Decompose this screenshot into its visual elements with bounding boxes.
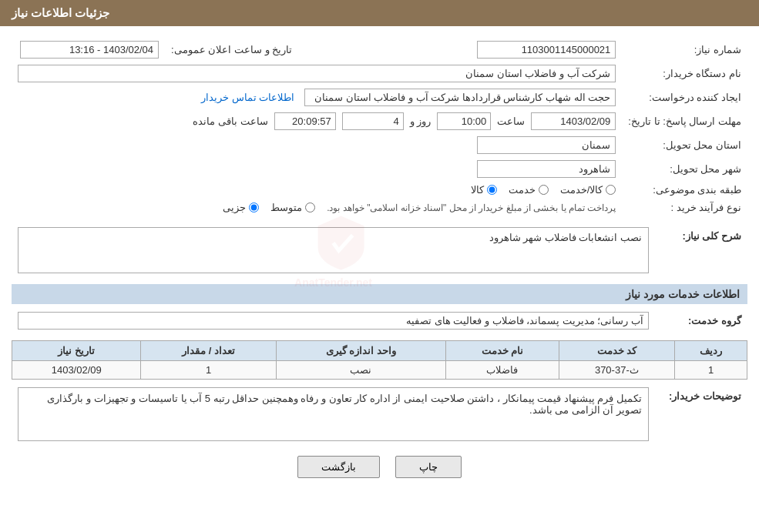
table-cell: ث-37-370 [559, 361, 675, 380]
saaat-label: ساعت [497, 115, 525, 127]
deadline-row: 1403/02/09 ساعت 10:00 روز و 4 20:09:57 س… [18, 112, 616, 130]
row-dastgah: نام دستگاه خریدار: شرکت آب و فاضلاب استا… [12, 62, 747, 85]
shomara-input: 1103001145000021 [477, 41, 616, 59]
radio-jozi-input[interactable] [249, 202, 259, 212]
tarikh-elan-input: 1403/02/04 - 13:16 [20, 41, 159, 59]
sharh-value-cell: AnatTender.net نصب انشعابات فاضلاب شهر ش… [12, 224, 655, 276]
watermark-text: AnatTender.net [294, 276, 372, 289]
sharh-label: شرح کلی نیاز: [655, 224, 747, 276]
goroh-label: گروه خدمت: [655, 309, 747, 333]
shomara-value: 1103001145000021 [321, 38, 622, 62]
col-radif: ردیف [675, 341, 747, 361]
col-tarikh: تاریخ نیاز [12, 341, 141, 361]
col-vahed: واحد اندازه گیری [276, 341, 446, 361]
col-kod: کد خدمت [559, 341, 675, 361]
table-header-row: ردیف کد خدمت نام خدمت واحد اندازه گیری ت… [12, 341, 747, 361]
row-ijad: ایجاد کننده درخواست: حجت اله شهاب کارشنا… [12, 85, 747, 109]
table-cell: فاضلاب [446, 361, 559, 380]
goroh-input: آب رسانی؛ مدیریت پسماند، فاضلاب و فعالیت… [18, 312, 649, 330]
dastgah-label: نام دستگاه خریدار: [622, 62, 747, 85]
deadline-date: 1403/02/09 [531, 112, 616, 130]
deadline-clock: 20:09:57 [274, 112, 336, 130]
row-ostan: استان محل تحویل: سمنان [12, 133, 747, 157]
sharh-text: نصب انشعابات فاضلاب شهر شاهرود [489, 232, 642, 243]
page-wrapper: جزئیات اطلاعات نیاز شماره نیاز: 11030011… [0, 0, 759, 532]
col-tedad: تعداد / مقدار [141, 341, 276, 361]
table-cell: 1 [675, 361, 747, 380]
shahr-value: شاهرود [12, 157, 622, 181]
tabaqe-value: کالا/خدمت خدمت کالا [12, 181, 622, 199]
shield-watermark-icon [311, 212, 372, 274]
radio-khedmat-input[interactable] [539, 185, 549, 195]
radio-kala-khedmat-label: کالا/خدمت [560, 184, 603, 196]
info-table-main: شماره نیاز: 1103001145000021 تاریخ و ساع… [12, 38, 747, 216]
remaining-label: ساعت باقی مانده [193, 115, 267, 127]
deadline-time: 10:00 [437, 112, 491, 130]
notes-label: توضیحات خریدار: [655, 384, 747, 444]
table-cell: نصب [276, 361, 446, 380]
goroh-table: گروه خدمت: آب رسانی؛ مدیریت پسماند، فاضل… [12, 309, 747, 333]
page-title: جزئیات اطلاعات نیاز [12, 6, 109, 19]
ostan-label: استان محل تحویل: [622, 133, 747, 157]
chap-button[interactable]: چاپ [395, 456, 462, 478]
table-header: ردیف کد خدمت نام خدمت واحد اندازه گیری ت… [12, 341, 747, 361]
dastgah-value: شرکت آب و فاضلاب استان سمنان [12, 62, 622, 85]
ijad-label: ایجاد کننده درخواست: [622, 85, 747, 109]
tarikh-elan-value: 1403/02/04 - 13:16 [12, 38, 165, 62]
row-sharh: شرح کلی نیاز: AnatTender.net [12, 224, 747, 276]
radio-kala-khedmat-input[interactable] [606, 185, 616, 195]
goroh-value: آب رسانی؛ مدیریت پسماند، فاضلاب و فعالیت… [12, 309, 655, 333]
sharh-textarea: AnatTender.net نصب انشعابات فاضلاب شهر ش… [18, 227, 649, 273]
notes-value-cell: تکمیل فرم پیشنهاد قیمت پیمانکار ، داشتن … [12, 384, 655, 444]
notes-table: توضیحات خریدار: تکمیل فرم پیشنهاد قیمت پ… [12, 384, 747, 444]
deadline-days: 4 [342, 112, 404, 130]
roz-label: روز و [410, 115, 432, 127]
row-goroh: گروه خدمت: آب رسانی؛ مدیریت پسماند، فاضل… [12, 309, 747, 333]
radio-kala-input[interactable] [487, 185, 497, 195]
page-header: جزئیات اطلاعات نیاز [0, 0, 759, 26]
mohlat-value: 1403/02/09 ساعت 10:00 روز و 4 20:09:57 س… [12, 109, 622, 133]
row-shomara: شماره نیاز: 1103001145000021 تاریخ و ساع… [12, 38, 747, 62]
row-mohlat: مهلت ارسال پاسخ: تا تاریخ: 1403/02/09 سا… [12, 109, 747, 133]
radio-khedmat-label: خدمت [509, 184, 536, 196]
row-shahr: شهر محل تحویل: شاهرود [12, 157, 747, 181]
button-row: چاپ بازگشت [12, 456, 747, 478]
radio-kala-label: کالا [471, 184, 484, 196]
sharh-table: شرح کلی نیاز: AnatTender.net [12, 224, 747, 276]
row-tabaqe: طبقه بندی موضوعی: کالا/خدمت خدمت [12, 181, 747, 199]
radio-kala-khedmat: کالا/خدمت [560, 184, 616, 196]
mohlat-label: مهلت ارسال پاسخ: تا تاریخ: [622, 109, 747, 133]
services-table: ردیف کد خدمت نام خدمت واحد اندازه گیری ت… [12, 340, 747, 380]
col-nam: نام خدمت [446, 341, 559, 361]
notes-box: تکمیل فرم پیشنهاد قیمت پیمانکار ، داشتن … [18, 387, 649, 441]
dastgah-input: شرکت آب و فاضلاب استان سمنان [18, 65, 616, 82]
tabaqe-label: طبقه بندی موضوعی: [622, 181, 747, 199]
shomara-label: شماره نیاز: [622, 38, 747, 62]
content-area: شماره نیاز: 1103001145000021 تاریخ و ساع… [0, 26, 759, 490]
row-notes: توضیحات خریدار: تکمیل فرم پیشنهاد قیمت پ… [12, 384, 747, 444]
row-nooe-farayand: نوع فرآیند خرید : پرداخت تمام یا بخشی از… [12, 199, 747, 216]
ijad-input: حجت اله شهاب کارشناس قراردادها شرکت آب و… [304, 89, 616, 106]
tarikh-elan-label: تاریخ و ساعت اعلان عمومی: [165, 38, 298, 62]
table-cell: 1403/02/09 [12, 361, 141, 380]
shahr-label: شهر محل تحویل: [622, 157, 747, 181]
ostan-value: سمنان [12, 133, 622, 157]
nooe-description: پرداخت تمام یا بخشی از مبلغ خریدار از مح… [327, 202, 616, 213]
radio-motovaset-input[interactable] [305, 202, 315, 212]
tabaqe-radio-group: کالا/خدمت خدمت کالا [18, 184, 616, 196]
khadamat-header: اطلاعات خدمات مورد نیاز [12, 284, 747, 304]
sharh-container: AnatTender.net نصب انشعابات فاضلاب شهر ش… [18, 227, 649, 273]
table-row: 1ث-37-370فاضلابنصب11403/02/09 [12, 361, 747, 380]
radio-khedmat: خدمت [509, 184, 549, 196]
table-body: 1ث-37-370فاضلابنصب11403/02/09 [12, 361, 747, 380]
bazgasht-button[interactable]: بازگشت [297, 456, 380, 478]
radio-jozi: جزیی [223, 202, 259, 213]
radio-jozi-label: جزیی [223, 202, 246, 213]
ijad-value: حجت اله شهاب کارشناس قراردادها شرکت آب و… [298, 85, 622, 109]
ettelaat-link[interactable]: اطلاعات تماس خریدار [201, 92, 294, 103]
radio-kala: کالا [471, 184, 497, 196]
shahr-input: شاهرود [477, 160, 616, 178]
ostan-input: سمنان [477, 136, 616, 154]
watermark-area: AnatTender.net [294, 212, 372, 289]
table-cell: 1 [141, 361, 276, 380]
